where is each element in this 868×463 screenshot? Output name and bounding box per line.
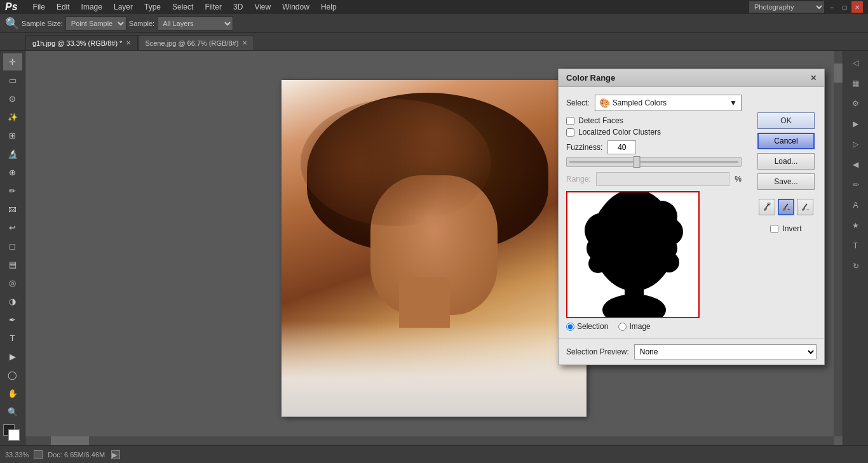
foreground-background-colors[interactable] xyxy=(3,424,22,443)
tool-move[interactable]: ✛ xyxy=(3,53,22,70)
rotate-icon[interactable]: ↻ xyxy=(846,257,866,276)
expand-icon[interactable]: ▶ xyxy=(846,114,866,133)
tab-scene[interactable]: Scene.jpg @ 66.7% (RGB/8#) ✕ xyxy=(138,35,254,50)
selection-preview-select[interactable]: None Grayscale Black Matte White Matte Q… xyxy=(634,344,817,359)
range-input[interactable] xyxy=(596,172,730,186)
eyedropper-subtract[interactable]: – xyxy=(797,199,813,215)
fuzziness-slider-row xyxy=(566,157,742,167)
close-button[interactable]: ✕ xyxy=(851,1,863,13)
history-panel-icon[interactable]: ◁ xyxy=(846,53,866,72)
tool-blur[interactable]: ◎ xyxy=(3,274,22,292)
selection-radio-label[interactable]: Selection xyxy=(566,322,608,331)
fuzziness-input[interactable] xyxy=(607,140,636,154)
tool-clone[interactable]: 🖂 xyxy=(3,201,22,218)
layers-panel-icon[interactable]: ▦ xyxy=(846,74,866,93)
star-icon[interactable]: ★ xyxy=(846,216,866,235)
menu-edit[interactable]: Edit xyxy=(51,1,75,13)
status-info-btn[interactable] xyxy=(34,450,43,459)
detect-faces-label[interactable]: Detect Faces xyxy=(578,116,623,125)
menu-help[interactable]: Help xyxy=(316,1,342,13)
ok-button[interactable]: OK xyxy=(757,112,815,129)
menu-window[interactable]: Window xyxy=(277,1,315,13)
invert-checkbox[interactable] xyxy=(770,225,778,233)
menu-file[interactable]: File xyxy=(28,1,50,13)
localized-label[interactable]: Localized Color Clusters xyxy=(578,128,661,137)
collapse-icon[interactable]: ◀ xyxy=(846,155,866,174)
sample-size-select[interactable]: Point Sample xyxy=(65,17,126,30)
tab-close-scene[interactable]: ✕ xyxy=(242,39,247,46)
image-radio-label[interactable]: Image xyxy=(618,322,650,331)
app-info: Ps File Edit Image Layer Type Select Fil… xyxy=(5,1,342,13)
tool-eraser[interactable]: ◻ xyxy=(3,238,22,255)
load-button[interactable]: Load... xyxy=(757,153,815,170)
menu-3d[interactable]: 3D xyxy=(228,1,248,13)
status-bar: 33.33% Doc: 6.65M/6.46M ▶ xyxy=(0,445,868,463)
range-row: Range: % xyxy=(566,172,742,186)
tool-zoom[interactable]: 🔍 xyxy=(3,403,22,420)
eyedropper-subtract-icon: – xyxy=(801,203,810,211)
preview-svg xyxy=(567,192,700,318)
tool-dodge[interactable]: ◑ xyxy=(3,293,22,310)
tool-brush[interactable]: ✏ xyxy=(3,182,22,199)
tool-gradient[interactable]: ▤ xyxy=(3,256,22,273)
tool-lasso[interactable]: ⊙ xyxy=(3,90,22,107)
sample-label: Sample: xyxy=(129,20,154,27)
vertical-scrollbar[interactable] xyxy=(834,51,843,436)
save-button[interactable]: Save... xyxy=(757,173,815,190)
menu-filter[interactable]: Filter xyxy=(200,1,227,13)
tab-close-g1h[interactable]: ✕ xyxy=(126,39,131,46)
tool-pen[interactable]: ✒ xyxy=(3,311,22,328)
fuzziness-slider[interactable] xyxy=(566,157,742,167)
tool-eyedropper[interactable]: 🔬 xyxy=(3,145,22,163)
tool-hand[interactable]: ✋ xyxy=(3,385,22,402)
localized-checkbox[interactable] xyxy=(566,128,574,137)
svg-point-13 xyxy=(659,252,679,272)
sample-select[interactable]: All Layers xyxy=(157,17,233,30)
dialog-title-text: Color Range xyxy=(566,73,615,83)
dialog-close-button[interactable]: ✕ xyxy=(810,74,817,83)
image-radio[interactable] xyxy=(618,323,627,331)
restore-button[interactable]: ◻ xyxy=(839,1,850,13)
brush-panel-icon[interactable]: ✏ xyxy=(846,175,866,194)
select-dropdown[interactable]: 🎨 Sampled Colors ▼ xyxy=(595,95,742,111)
menu-image[interactable]: Image xyxy=(76,1,107,13)
menu-bar: File Edit Image Layer Type Select Filter… xyxy=(28,1,342,13)
eyedropper-normal[interactable] xyxy=(759,199,775,215)
select-chevron-icon: ▼ xyxy=(729,98,737,107)
eyedropper-add-icon: + xyxy=(782,203,790,211)
tool-text[interactable]: T xyxy=(3,330,22,347)
tool-marquee[interactable]: ▭ xyxy=(3,72,22,89)
tool-shape[interactable]: ◯ xyxy=(3,366,22,384)
menu-view[interactable]: View xyxy=(249,1,276,13)
tool-crop[interactable]: ⊞ xyxy=(3,127,22,144)
tool-wand[interactable]: ✨ xyxy=(3,109,22,126)
workspace-selector[interactable]: Photography xyxy=(749,1,825,13)
menu-type[interactable]: Type xyxy=(139,1,166,13)
cancel-button[interactable]: Cancel xyxy=(757,133,815,149)
fuzziness-row: Fuzziness: xyxy=(566,140,742,154)
invert-label[interactable]: Invert xyxy=(782,224,801,233)
tab-g1h[interactable]: g1h.jpg @ 33.3% (RGB/8#) * ✕ xyxy=(25,35,138,50)
selection-radio[interactable] xyxy=(566,323,574,331)
menu-layer[interactable]: Layer xyxy=(109,1,138,13)
detect-faces-checkbox[interactable] xyxy=(566,117,574,125)
title-bar: Ps File Edit Image Layer Type Select Fil… xyxy=(0,0,868,14)
minimize-button[interactable]: – xyxy=(826,1,837,13)
doc-info-arrow[interactable]: ▶ xyxy=(111,450,120,459)
select-icon: 🎨 xyxy=(599,98,610,108)
workspace-dropdown[interactable]: Photography xyxy=(749,1,825,13)
brush2-icon[interactable]: A xyxy=(846,196,866,215)
tab-bar: g1h.jpg @ 33.3% (RGB/8#) * ✕ Scene.jpg @… xyxy=(0,33,868,51)
actions-icon[interactable]: ▷ xyxy=(846,135,866,154)
horizontal-scrollbar[interactable] xyxy=(25,436,834,445)
type-panel-icon[interactable]: T xyxy=(846,236,866,255)
dialog-title-bar[interactable]: Color Range ✕ xyxy=(559,69,824,87)
svg-rect-20 xyxy=(783,208,787,211)
tool-heal[interactable]: ⊕ xyxy=(3,164,22,181)
tool-history[interactable]: ↩ xyxy=(3,219,22,236)
menu-select[interactable]: Select xyxy=(167,1,198,13)
eyedropper-add[interactable]: + xyxy=(778,199,794,215)
properties-icon[interactable]: ⚙ xyxy=(846,94,866,113)
tool-path-select[interactable]: ▶ xyxy=(3,348,22,365)
range-percent: % xyxy=(735,175,742,184)
